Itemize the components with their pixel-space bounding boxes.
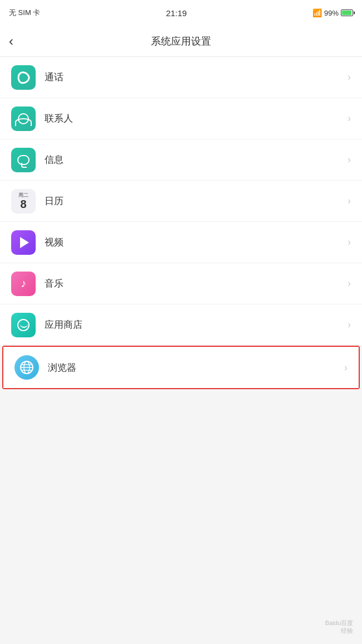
chevron-icon: › [348,278,351,289]
chevron-icon: › [348,319,351,331]
clock: 21:19 [166,8,187,18]
chevron-icon: › [348,113,351,124]
watermark-text: Baidu百度 经验 [325,619,353,635]
watermark-line2: 经验 [325,627,353,635]
battery-percent: 99% [324,9,339,17]
battery-icon [341,9,353,16]
video-icon [20,237,29,248]
contacts-app-icon [11,106,36,131]
music-app-icon: ♪ [11,272,36,296]
list-item-browser[interactable]: 浏览器 › [3,347,359,388]
chevron-icon: › [348,195,351,207]
list-item-video[interactable]: 视频 › [0,222,362,263]
messages-app-icon [11,148,36,172]
battery-fill [342,11,351,15]
settings-list: 通话 › 联系人 › 信息 › 周二 8 日历 › [0,57,362,346]
page-title: 系统应用设置 [151,35,211,48]
baidu-watermark: Baidu百度 经验 [309,618,353,635]
store-label: 应用商店 [45,318,348,331]
music-icon: ♪ [21,277,26,290]
chevron-icon: › [348,154,351,166]
list-item-store[interactable]: 应用商店 › [0,304,362,346]
chevron-icon: › [344,362,348,374]
calendar-day: 8 [20,198,26,210]
browser-label: 浏览器 [48,361,344,374]
browser-app-icon [14,355,39,380]
wifi-icon: 📶 [312,8,322,17]
calendar-app-icon: 周二 8 [11,189,36,214]
list-item-contacts[interactable]: 联系人 › [0,98,362,139]
list-item-music[interactable]: ♪ 音乐 › [0,263,362,304]
list-item-calendar[interactable]: 周二 8 日历 › [0,181,362,222]
video-app-icon [11,230,36,255]
nav-bar: ‹ 系统应用设置 [0,26,362,57]
chevron-icon: › [348,236,351,248]
phone-label: 通话 [45,71,348,84]
status-icons: 📶 99% [312,8,353,17]
messages-icon [17,155,30,165]
status-bar: 无 SIM 卡 21:19 📶 99% [0,0,362,26]
phone-icon [15,69,32,85]
chevron-icon: › [348,71,351,83]
phone-app-icon [11,65,36,90]
music-label: 音乐 [45,277,348,290]
page-wrapper: 无 SIM 卡 21:19 📶 99% ‹ 系统应用设置 通话 › [0,0,362,644]
list-item-messages[interactable]: 信息 › [0,139,362,181]
watermark-line1: Baidu百度 [325,619,353,627]
highlighted-browser-item: 浏览器 › [2,346,360,389]
store-app-icon [11,313,36,337]
list-item-phone[interactable]: 通话 › [0,57,362,98]
browser-icon [19,360,34,375]
video-label: 视频 [45,236,348,249]
back-button[interactable]: ‹ [9,33,13,49]
contacts-icon [18,113,29,124]
contacts-label: 联系人 [45,112,348,125]
messages-label: 信息 [45,153,348,166]
store-icon [17,319,30,331]
carrier-label: 无 SIM 卡 [9,8,40,18]
calendar-label: 日历 [45,195,348,207]
